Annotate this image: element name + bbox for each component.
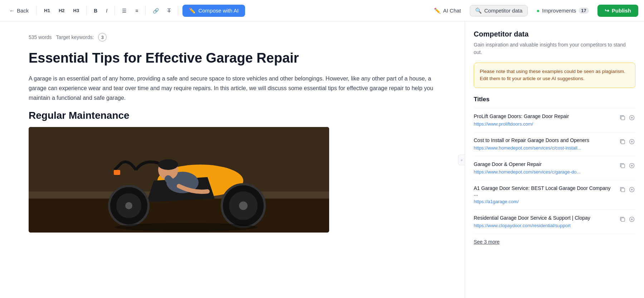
- copy-button[interactable]: [619, 216, 626, 223]
- plus-circle-icon: [629, 187, 635, 192]
- toolbar: ← Back H1 H2 H3 B I ☰ ≡ 🔗 T̶: [0, 0, 644, 21]
- competitor-url[interactable]: https://a1garage.com/: [474, 199, 519, 204]
- link-button[interactable]: 🔗: [150, 6, 162, 15]
- divider-3: [114, 6, 115, 16]
- divider-1: [36, 6, 37, 16]
- article-h2[interactable]: Regular Maintenance: [29, 110, 443, 121]
- competitor-title: ProLift Garage Doors: Garage Door Repair: [474, 113, 616, 119]
- clear-format-button[interactable]: T̶: [165, 6, 174, 16]
- keyword-count-badge[interactable]: 3: [98, 33, 107, 41]
- toolbar-left: ← Back H1 H2 H3 B I ☰ ≡ 🔗 T̶: [6, 5, 427, 17]
- competitor-title: Garage Door & Opener Repair: [474, 161, 616, 167]
- compose-icon: ✏️: [189, 8, 196, 14]
- compose-ai-button[interactable]: ✏️ Compose with AI: [182, 5, 245, 17]
- back-button[interactable]: ← Back: [6, 5, 32, 16]
- competitor-actions: [619, 114, 635, 121]
- publish-button[interactable]: ↪ Publish: [597, 5, 638, 17]
- divider-5: [178, 6, 178, 16]
- article-image: [29, 127, 329, 233]
- plus-circle-icon: [629, 139, 635, 145]
- svg-rect-23: [621, 218, 625, 221]
- toolbar-right: ✏️ AI Chat 🔍 Competitor data ● Improveme…: [430, 5, 638, 17]
- moto-scene-svg: [29, 127, 329, 233]
- clear-icon: T̶: [167, 8, 171, 14]
- ai-chat-button[interactable]: ✏️ AI Chat: [430, 5, 465, 16]
- right-panel: Competitor data Gain inspiration and val…: [465, 21, 644, 298]
- arrow-left-icon: ←: [9, 8, 15, 14]
- competitor-item: ProLift Garage Doors: Garage Door Repair…: [474, 108, 635, 132]
- competitor-label: Competitor data: [484, 8, 523, 14]
- article-title[interactable]: Essential Tips for Effective Garage Repa…: [29, 50, 443, 67]
- competitor-item-text: A1 Garage Door Service: BEST Local Garag…: [474, 185, 616, 205]
- editor-meta: 535 words Target keywords: 3: [29, 33, 443, 41]
- improvements-badge: 17: [579, 8, 589, 14]
- competitor-title: Cost to Install or Repair Garage Doors a…: [474, 137, 616, 143]
- divider-2: [86, 6, 87, 16]
- h3-button[interactable]: H3: [70, 6, 82, 15]
- target-keywords-label: Target keywords:: [56, 34, 94, 40]
- competitor-item: Garage Door & Opener Repair https://www.…: [474, 156, 635, 180]
- main-area: 535 words Target keywords: 3 Essential T…: [0, 21, 644, 298]
- pencil-icon: ✏️: [434, 8, 441, 14]
- svg-rect-13: [114, 170, 120, 175]
- svg-rect-15: [621, 116, 625, 120]
- divider-4: [145, 6, 146, 16]
- competitor-data-button[interactable]: 🔍 Competitor data: [470, 5, 528, 16]
- competitor-title: A1 Garage Door Service: BEST Local Garag…: [474, 185, 616, 197]
- copy-button[interactable]: [619, 114, 626, 121]
- copy-button[interactable]: [619, 138, 626, 145]
- panel-title: Competitor data: [474, 30, 635, 38]
- copy-button[interactable]: [619, 186, 626, 193]
- competitor-url[interactable]: https://www.clopaydoor.com/residential/s…: [474, 223, 571, 228]
- add-button[interactable]: [628, 162, 635, 169]
- circle-green-icon: ●: [536, 8, 540, 14]
- add-button[interactable]: [628, 216, 635, 223]
- link-icon: 🔗: [153, 8, 159, 14]
- ol-icon: ≡: [135, 8, 138, 14]
- svg-point-12: [158, 159, 178, 170]
- h2-label: H2: [59, 8, 65, 13]
- h2-button[interactable]: H2: [56, 6, 68, 15]
- back-label: Back: [17, 8, 29, 14]
- sidebar-toggle[interactable]: »: [458, 155, 465, 165]
- svg-point-9: [239, 201, 248, 210]
- add-button[interactable]: [628, 186, 635, 193]
- competitor-actions: [619, 216, 635, 223]
- plus-circle-icon: [629, 216, 635, 222]
- competitor-url[interactable]: https://www.proliftdoors.com/: [474, 121, 533, 127]
- collapse-icon: »: [460, 158, 463, 162]
- bold-button[interactable]: B: [91, 6, 100, 15]
- h1-label: H1: [44, 8, 50, 13]
- competitor-item: Residential Garage Door Service & Suppor…: [474, 210, 635, 234]
- improvements-button[interactable]: ● Improvements 17: [532, 5, 593, 16]
- svg-point-6: [125, 202, 132, 209]
- h1-button[interactable]: H1: [41, 6, 53, 15]
- copy-icon: [620, 139, 625, 145]
- bold-label: B: [94, 8, 97, 14]
- h3-label: H3: [73, 8, 79, 13]
- copy-icon: [620, 115, 625, 121]
- italic-button[interactable]: I: [103, 6, 110, 15]
- competitor-item-text: Residential Garage Door Service & Suppor…: [474, 215, 616, 229]
- copy-icon: [620, 163, 625, 168]
- competitor-actions: [619, 186, 635, 193]
- competitor-url[interactable]: https://www.homedepot.com/services/c/gar…: [474, 169, 580, 175]
- copy-button[interactable]: [619, 162, 626, 169]
- competitor-item: A1 Garage Door Service: BEST Local Garag…: [474, 180, 635, 210]
- plus-circle-icon: [629, 115, 635, 121]
- competitor-item: Cost to Install or Repair Garage Doors a…: [474, 132, 635, 156]
- editor-area: 535 words Target keywords: 3 Essential T…: [0, 21, 465, 298]
- competitor-actions: [619, 162, 635, 169]
- search-icon: 🔍: [475, 8, 482, 14]
- svg-rect-21: [621, 188, 625, 192]
- ordered-list-button[interactable]: ≡: [132, 6, 141, 15]
- competitor-url[interactable]: https://www.homedepot.com/services/c/cos…: [474, 145, 581, 151]
- compose-label: Compose with AI: [198, 8, 239, 14]
- article-intro[interactable]: A garage is an essential part of any hom…: [29, 74, 443, 103]
- add-button[interactable]: [628, 138, 635, 145]
- copy-icon: [620, 216, 625, 222]
- titles-label: Titles: [474, 96, 635, 103]
- unordered-list-button[interactable]: ☰: [119, 6, 130, 15]
- see-more-link[interactable]: See 3 more: [474, 234, 635, 250]
- add-button[interactable]: [628, 114, 635, 121]
